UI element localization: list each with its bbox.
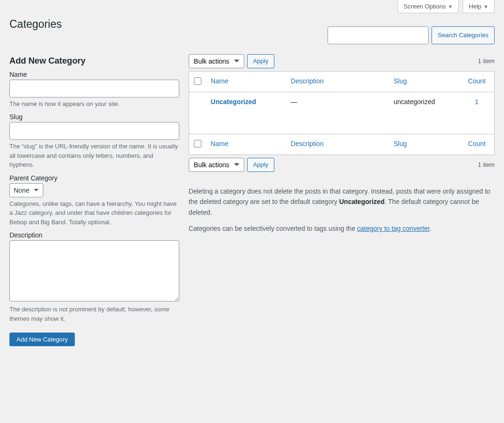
table-row: Uncategorized — uncategorized 1	[189, 92, 494, 134]
apply-bottom[interactable]: Apply	[247, 158, 275, 172]
item-count-top: 1 item	[478, 57, 495, 65]
form-heading: Add New Category	[9, 56, 179, 66]
slug-help: The “slug” is the URL-friendly version o…	[9, 142, 179, 170]
description-textarea[interactable]	[9, 240, 179, 301]
chevron-down-icon: ▼	[448, 4, 453, 9]
apply-top[interactable]: Apply	[247, 54, 275, 68]
row-slug: uncategorized	[389, 92, 460, 134]
col-slug[interactable]: Slug	[394, 77, 407, 85]
name-input[interactable]	[9, 80, 179, 98]
parent-help: Categories, unlike tags, can have a hier…	[9, 199, 179, 227]
col-description-foot[interactable]: Description	[291, 140, 324, 147]
screen-options-tab[interactable]: Screen Options ▼	[398, 0, 459, 13]
col-description[interactable]: Description	[291, 77, 324, 85]
col-count[interactable]: Count	[468, 77, 486, 85]
row-count-link[interactable]: 1	[475, 98, 479, 106]
description-label: Description	[9, 231, 179, 239]
col-slug-foot[interactable]: Slug	[394, 140, 407, 147]
help-tab[interactable]: Help ▼	[463, 0, 495, 13]
categories-table: Name Description Slug Count Uncategorize…	[189, 71, 495, 155]
chevron-down-icon: ▼	[483, 4, 488, 9]
row-description: —	[286, 92, 389, 134]
screen-options-label: Screen Options	[404, 3, 446, 10]
help-label: Help	[469, 3, 481, 10]
slug-input[interactable]	[9, 122, 179, 140]
row-name-link[interactable]: Uncategorized	[211, 98, 256, 106]
col-count-foot[interactable]: Count	[468, 140, 486, 147]
select-all-top[interactable]	[194, 77, 201, 85]
bulk-actions-top[interactable]: Bulk actions	[189, 54, 244, 68]
search-button[interactable]: Search Categories	[432, 26, 495, 44]
parent-select[interactable]: None	[9, 183, 43, 197]
name-help: The name is how it appears on your site.	[9, 99, 179, 109]
col-name-foot[interactable]: Name	[211, 140, 228, 147]
bulk-actions-bottom[interactable]: Bulk actions	[189, 158, 244, 172]
converter-link[interactable]: category to tag converter	[357, 225, 430, 232]
description-help: The description is not prominent by defa…	[9, 305, 179, 323]
search-input[interactable]	[328, 26, 429, 44]
notes: Deleting a category does not delete the …	[189, 186, 495, 234]
parent-label: Parent Category	[9, 174, 179, 182]
col-name[interactable]: Name	[211, 77, 228, 85]
submit-button[interactable]: Add New Category	[9, 333, 75, 346]
item-count-bottom: 1 item	[478, 161, 495, 168]
slug-label: Slug	[9, 113, 179, 121]
name-label: Name	[9, 71, 179, 78]
select-all-bottom[interactable]	[194, 140, 201, 147]
